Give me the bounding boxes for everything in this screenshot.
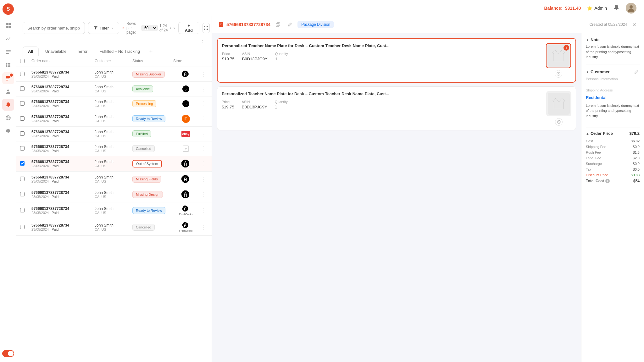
table-row[interactable]: 576668137837728734 23/05/2024 · Paid Joh… bbox=[16, 96, 212, 111]
store-cell: 🅐 bbox=[173, 190, 198, 199]
detail-right-sidebar: ▲ Note Lorem Ipsum is simply dummy text … bbox=[581, 33, 644, 362]
rows-range: 1-24 of 24 bbox=[159, 24, 168, 32]
order-id-cell: 576668137837728734 23/05/2024 · Paid bbox=[31, 70, 95, 78]
item-asin-group: ASIN B0D13PJG9Y bbox=[242, 100, 267, 109]
select-all-checkbox[interactable] bbox=[20, 59, 25, 63]
item-action-plus-button[interactable]: + bbox=[564, 45, 569, 51]
filter-button[interactable]: Filter bbox=[88, 22, 119, 34]
row-checkbox[interactable] bbox=[20, 192, 25, 196]
svg-text:🅐: 🅐 bbox=[182, 70, 189, 78]
address-type-value: Residental bbox=[586, 95, 640, 100]
row-more-button[interactable]: ⋮ bbox=[198, 115, 208, 122]
row-checkbox[interactable] bbox=[20, 177, 25, 181]
user-avatar[interactable] bbox=[626, 3, 636, 14]
customer-name: John Smith bbox=[95, 130, 132, 134]
admin-menu[interactable]: ⭐ Admin bbox=[587, 6, 607, 11]
tab-fulfilled-no-tracking[interactable]: Fulfilled – No Tracking bbox=[94, 47, 145, 56]
row-checkbox[interactable] bbox=[20, 208, 25, 212]
item-qty-label: Quantity bbox=[275, 52, 288, 56]
app-logo[interactable]: S bbox=[2, 3, 14, 15]
sidebar-item-chart[interactable] bbox=[2, 33, 14, 45]
svg-point-18 bbox=[7, 90, 9, 91]
divider bbox=[586, 64, 640, 64]
more-options-button[interactable]: ⋮ bbox=[200, 36, 205, 43]
order-id: 576668137837728734 bbox=[31, 160, 95, 164]
copy-order-id-button[interactable] bbox=[274, 20, 282, 29]
collapse-customer-icon[interactable]: ▲ bbox=[586, 70, 589, 74]
sidebar-item-users[interactable] bbox=[2, 85, 14, 97]
customer-location: CA, US bbox=[95, 179, 132, 183]
tab-error[interactable]: Error bbox=[73, 47, 93, 56]
order-date: 23/05/2024 · Paid bbox=[31, 211, 95, 215]
row-checkbox[interactable] bbox=[20, 146, 25, 151]
row-more-button[interactable]: ⋮ bbox=[198, 160, 208, 167]
collapse-note-icon[interactable]: ▲ bbox=[586, 38, 589, 42]
row-checkbox[interactable] bbox=[20, 101, 25, 106]
edit-customer-button[interactable] bbox=[633, 69, 640, 75]
row-more-button[interactable]: ⋮ bbox=[198, 207, 208, 214]
order-detail-panel: 576668137837728734 Package Division Crea… bbox=[212, 16, 644, 362]
table-row[interactable]: 576668137837728734 23/05/2024 · Paid Joh… bbox=[16, 187, 212, 202]
table-row[interactable]: 576668137837728734 23/05/2024 · Paid Joh… bbox=[16, 141, 212, 156]
search-input[interactable] bbox=[23, 22, 85, 34]
notification-bell[interactable] bbox=[613, 4, 619, 12]
sidebar-item-apps[interactable] bbox=[2, 59, 14, 71]
order-id-cell: 576668137837728734 23/05/2024 · Paid bbox=[31, 206, 95, 215]
sidebar-item-list[interactable] bbox=[2, 46, 14, 58]
item-meta: Price $19.75 ASIN B0D13PJG9Y Quantity 1 bbox=[222, 100, 542, 109]
row-more-button[interactable]: ⋮ bbox=[198, 85, 208, 92]
customer-location: CA, US bbox=[95, 89, 132, 93]
sidebar-item-orders[interactable]: ! bbox=[2, 72, 14, 84]
rows-per-page-select[interactable]: 5025100 bbox=[142, 25, 158, 31]
edit-order-button[interactable] bbox=[286, 20, 294, 29]
table-row[interactable]: 576668137837728734 23/05/2024 · Paid Joh… bbox=[16, 202, 212, 219]
row-more-button[interactable]: ⋮ bbox=[198, 191, 208, 198]
order-id: 576668137837728734 bbox=[31, 100, 95, 104]
table-row[interactable]: 576668137837728734 23/05/2024 · Paid Joh… bbox=[16, 67, 212, 82]
add-tab-button[interactable]: + bbox=[147, 47, 155, 56]
prev-page-button[interactable]: ‹ bbox=[170, 25, 171, 31]
rush-fee-value: $1.5 bbox=[633, 151, 640, 154]
row-more-button[interactable]: ⋮ bbox=[198, 130, 208, 137]
order-id-cell: 576668137837728734 23/05/2024 · Paid bbox=[31, 115, 95, 123]
item-history-button[interactable] bbox=[555, 70, 562, 78]
admin-star-icon: ⭐ bbox=[587, 6, 592, 11]
svg-text:S: S bbox=[6, 6, 10, 12]
sidebar-item-notification[interactable] bbox=[2, 99, 14, 111]
detail-close-button[interactable]: ✕ bbox=[630, 21, 638, 28]
table-row[interactable]: 576668137837728734 23/05/2024 · Paid Joh… bbox=[16, 111, 212, 127]
shipping-fee-label: Shipping Fee bbox=[586, 145, 606, 149]
row-more-button[interactable]: ⋮ bbox=[198, 100, 208, 107]
row-checkbox[interactable] bbox=[20, 86, 25, 91]
add-button[interactable]: + Add bbox=[178, 22, 199, 34]
table-row[interactable]: 576668137837728734 23/05/2024 · Paid Joh… bbox=[16, 127, 212, 141]
row-checkbox[interactable] bbox=[20, 116, 25, 121]
collapse-price-icon[interactable]: ▲ bbox=[586, 132, 589, 135]
item-history-button[interactable] bbox=[555, 118, 563, 126]
svg-rect-2 bbox=[6, 23, 8, 25]
row-more-button[interactable]: ⋮ bbox=[198, 176, 208, 183]
dark-mode-toggle[interactable] bbox=[2, 350, 14, 357]
table-row[interactable]: 576668137837728734 23/05/2024 · Paid Joh… bbox=[16, 219, 212, 236]
table-row[interactable]: 576668137837728734 23/05/2024 · Paid Joh… bbox=[16, 82, 212, 96]
row-more-button[interactable]: ⋮ bbox=[198, 224, 208, 231]
order-date: 23/05/2024 · Paid bbox=[31, 228, 95, 231]
svg-rect-3 bbox=[8, 23, 11, 25]
table-row[interactable]: 576668137837728734 23/05/2024 · Paid Joh… bbox=[16, 156, 212, 172]
sidebar-item-settings[interactable] bbox=[2, 125, 14, 137]
table-row[interactable]: 576668137837728734 23/05/2024 · Paid Joh… bbox=[16, 172, 212, 187]
sidebar-item-grid[interactable] bbox=[2, 19, 14, 31]
row-checkbox[interactable] bbox=[20, 161, 25, 166]
status-badge: Cancelled bbox=[132, 145, 155, 152]
row-more-button[interactable]: ⋮ bbox=[198, 145, 208, 152]
row-checkbox[interactable] bbox=[20, 131, 25, 136]
row-more-button[interactable]: ⋮ bbox=[198, 71, 208, 78]
row-checkbox[interactable] bbox=[20, 72, 25, 76]
row-checkbox[interactable] bbox=[20, 225, 25, 229]
customer-section: ▲ Customer Personal Information Shipping… bbox=[586, 69, 640, 119]
tab-unavailable[interactable]: Unavailable bbox=[40, 47, 72, 56]
next-page-button[interactable]: › bbox=[173, 25, 175, 31]
sidebar-item-globe[interactable] bbox=[2, 112, 14, 124]
expand-button[interactable] bbox=[203, 23, 210, 33]
tab-all[interactable]: All bbox=[23, 47, 39, 56]
